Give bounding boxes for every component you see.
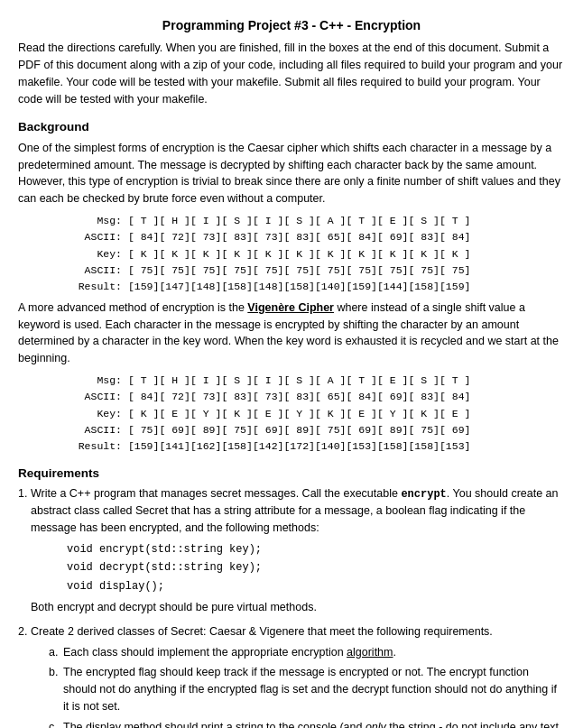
requirements-section: Requirements 1.Write a C++ program that … [18, 465, 565, 728]
inline-code: encrypt [401, 488, 446, 501]
cipher-row: ASCII: [ 75][ 69][ 89][ 75][ 69][ 89][ 7… [72, 422, 565, 438]
code-block: void encrypt(std::string key);void decry… [67, 540, 565, 595]
background-paragraph1: One of the simplest forms of encryption … [18, 140, 565, 207]
cipher-row: Key: [ K ][ E ][ Y ][ K ][ E ][ Y ][ K ]… [72, 406, 565, 422]
requirements-heading: Requirements [18, 465, 565, 483]
cipher-row: ASCII: [ 84][ 72][ 73][ 83][ 73][ 83][ 6… [72, 389, 565, 405]
page-title: Programming Project #3 - C++ - Encryptio… [18, 16, 565, 34]
code-line: void display(); [67, 577, 565, 595]
req-number: 2. [18, 623, 27, 640]
requirement-item: 1.Write a C++ program that manages secre… [18, 485, 565, 615]
cipher-row: Result: [159][147][148][158][148][158][1… [72, 279, 565, 295]
code-line: void decrypt(std::string key); [67, 558, 565, 576]
intro-paragraph: Read the directions carefully. When you … [18, 40, 565, 107]
vigenere-cipher-block: Msg: [ T ][ H ][ I ][ S ][ I ][ S ][ A ]… [72, 373, 565, 456]
background-paragraph2: A more advanced method of encryption is … [18, 299, 565, 367]
cipher-row: Result: [159][141][162][158][142][172][1… [72, 438, 565, 455]
requirements-list: 1.Write a C++ program that manages secre… [18, 485, 565, 728]
cipher-row: ASCII: [ 75][ 75][ 75][ 75][ 75][ 75][ 7… [72, 263, 565, 279]
sub-label: a. [49, 644, 58, 661]
underline-text: algorithm [347, 646, 393, 659]
req-number: 1. [18, 485, 27, 502]
caesar-cipher-block: Msg: [ T ][ H ][ I ][ S ][ I ][ S ][ A ]… [72, 213, 565, 296]
background-heading: Background [18, 118, 565, 136]
cipher-row: Msg: [ T ][ H ][ I ][ S ][ I ][ S ][ A ]… [72, 213, 565, 229]
italic-text: only [366, 721, 386, 729]
cipher-row: Msg: [ T ][ H ][ I ][ S ][ I ][ S ][ A ]… [72, 373, 565, 389]
sub-label: b. [49, 664, 58, 681]
note-text: Both encrypt and decrypt should be pure … [31, 599, 565, 616]
sub-requirement-item: a.Each class should implement the approp… [49, 644, 565, 661]
sub-requirement-item: b.The encrypted flag should keep track i… [49, 664, 565, 714]
code-line: void encrypt(std::string key); [67, 540, 565, 558]
sub-label: c. [49, 719, 58, 729]
cipher-row: Key: [ K ][ K ][ K ][ K ][ K ][ K ][ K ]… [72, 246, 565, 263]
requirement-item: 2.Create 2 derived classes of Secret: Ca… [18, 623, 565, 728]
cipher-row: ASCII: [ 84][ 72][ 73][ 83][ 73][ 83][ 6… [72, 229, 565, 245]
sub-requirements-list: a.Each class should implement the approp… [31, 644, 565, 729]
sub-requirement-item: c.The display method should print a stri… [49, 719, 565, 729]
